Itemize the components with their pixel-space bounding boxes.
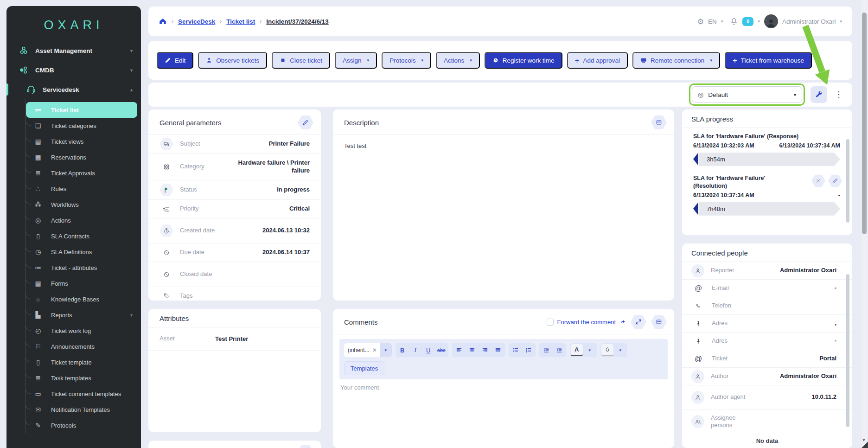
sidebar-subitem[interactable]: ≣ Ticket Approvals (26, 165, 137, 181)
breadcrumb-link-servicedesk[interactable]: ServiceDesk (178, 18, 215, 25)
font-family-caret[interactable]: ▾ (380, 343, 392, 357)
param-value: In progress (277, 186, 310, 194)
view-select-dropdown[interactable]: ◎ Default ▾ (692, 86, 802, 103)
assign-dropdown-button[interactable]: Assign ▾ (335, 52, 377, 69)
clear-font-icon[interactable]: ✕ (372, 347, 377, 353)
sidebar-subitem[interactable]: ✉ Notification Templates (26, 402, 137, 417)
notifications-bell-icon[interactable] (730, 17, 738, 26)
sla-remove-button[interactable] (811, 174, 825, 187)
home-icon[interactable] (159, 17, 167, 26)
sidebar-item-cmdb[interactable]: CMDB ▾ (6, 60, 141, 80)
sidebar-subitem[interactable]: ▭ Ticket comment templates (26, 386, 137, 402)
notification-count-badge[interactable]: 0 (742, 17, 753, 26)
sidebar-subitem[interactable]: ≔ Ticket - attributes (26, 260, 137, 275)
sidebar-subitem[interactable]: ⚐ Announcements (26, 339, 137, 354)
expand-panel-button[interactable] (631, 314, 646, 329)
param-label: Subject (180, 140, 223, 147)
breadcrumb-link-ticket-list[interactable]: Ticket list (226, 18, 255, 25)
add-approval-button[interactable]: + Add approval (567, 52, 628, 69)
chevron-down-icon[interactable]: ▾ (840, 19, 842, 24)
align-center-button[interactable] (466, 344, 478, 356)
sidebar-subitem-icon: ▭ (33, 390, 43, 397)
sidebar-subitem[interactable]: ◎ Actions (26, 212, 137, 228)
protocols-dropdown-button[interactable]: Protocols ▾ (382, 52, 431, 69)
font-color-caret[interactable]: ▾ (584, 344, 596, 356)
panel-window-button[interactable] (651, 314, 667, 329)
param-row-closed-date: Closed date (148, 262, 321, 287)
settings-gear-icon[interactable]: ⚙ (697, 17, 704, 26)
align-left-button[interactable] (453, 344, 465, 356)
people-scrollbar[interactable] (846, 274, 849, 427)
user-menu[interactable]: Administrator Oxari (782, 18, 836, 25)
templates-button[interactable]: Templates (344, 361, 384, 375)
sidebar-subitem[interactable]: ≣ Task templates (26, 370, 137, 386)
forward-comment-checkbox[interactable] (547, 319, 554, 326)
sidebar-subitem[interactable]: ❏ Ticket categories (26, 118, 137, 134)
ticket-from-warehouse-button[interactable]: + Ticket from warehouse (725, 52, 812, 69)
sidebar-subitem[interactable]: ▯ Ticket template (26, 354, 137, 370)
chevron-down-icon[interactable]: ▾ (721, 19, 723, 24)
sidebar-subitem[interactable]: ▯ SLA Contracts (26, 228, 137, 244)
close-x-icon (815, 178, 822, 184)
numbered-list-button[interactable] (523, 344, 535, 356)
edit-button[interactable]: Edit (157, 52, 193, 69)
breadcrumb-separator: › (220, 18, 222, 25)
sidebar-subitem-label: Ticket views (51, 138, 83, 145)
align-right-button[interactable] (479, 344, 491, 356)
sidebar-subitem[interactable]: ≔ Ticket list (26, 102, 137, 118)
sidebar-subitem[interactable]: ▤ Ticket views (26, 134, 137, 149)
font-color-button[interactable]: A (571, 344, 583, 356)
edit-parameters-button[interactable] (298, 115, 313, 130)
strikethrough-button[interactable]: abc (435, 344, 447, 356)
observe-tickets-button[interactable]: Observe tickets (198, 52, 267, 69)
forward-comment-label[interactable]: Forward the comment (557, 319, 616, 326)
sla-scrollbar[interactable] (846, 139, 849, 223)
panel-action-button[interactable] (298, 444, 313, 448)
panel-window-button[interactable] (651, 115, 667, 130)
underline-button[interactable]: U (422, 344, 434, 356)
sidebar-subitem[interactable]: ◴ Ticket work log (26, 323, 137, 339)
italic-button[interactable]: I (409, 344, 421, 356)
sidebar-item-servicedesk[interactable]: Servicedesk ▴ (6, 80, 141, 99)
remote-connection-dropdown-button[interactable]: Remote connection ▾ (632, 52, 720, 69)
close-ticket-button[interactable]: Close ticket (272, 52, 330, 69)
people-row-ticket-source: @ Ticket Portal (682, 350, 852, 368)
more-options-kebab-menu[interactable]: ⋮ (833, 90, 845, 100)
sidebar-subitem[interactable]: ⁂ Workflows (26, 197, 137, 212)
sidebar-subitem-label: Workflows (51, 201, 79, 208)
sidebar-item-asset-management[interactable]: Asset Management ▾ (6, 41, 141, 60)
indent-button[interactable] (553, 344, 565, 356)
indent-group (539, 343, 566, 357)
page-scrollbar-track[interactable]: ▼ (862, 0, 868, 448)
font-family-select[interactable]: (inherit... ✕ (344, 343, 380, 357)
timer-icon (160, 224, 173, 237)
sidebar-subitem[interactable]: ▙ Reports ▾ (26, 307, 137, 323)
sla-edit-button[interactable] (828, 174, 842, 187)
highlight-color-button[interactable] (601, 344, 613, 356)
sidebar-subitem[interactable]: ▦ Reservations (26, 149, 137, 165)
bold-button[interactable]: B (396, 344, 408, 356)
chevron-down-icon[interactable]: ▾ (758, 19, 760, 24)
register-work-time-button[interactable]: Register work time (485, 52, 562, 69)
align-justify-button[interactable] (492, 344, 504, 356)
param-row-subject: Subject Printer Failure (148, 135, 321, 154)
outdent-button[interactable] (540, 344, 552, 356)
breadcrumb-current-incident[interactable]: Incident/37/2024/6/13 (266, 18, 328, 25)
general-parameters-panel: General parameters Subject Printer Failu… (148, 109, 321, 301)
language-selector[interactable]: EN (708, 18, 717, 25)
sidebar-subitem[interactable]: ▤ Forms (26, 275, 137, 291)
actions-dropdown-button[interactable]: Actions ▾ (436, 52, 480, 69)
sidebar-subitem[interactable]: ✎ Protocols (26, 417, 137, 433)
comment-textarea[interactable] (339, 379, 668, 435)
sidebar-subitem-icon: ▙ (33, 311, 43, 319)
highlight-color-caret[interactable]: ▾ (614, 344, 626, 356)
sidebar-subitem-icon: ✉ (33, 406, 43, 413)
sidebar-subitem[interactable]: ◷ SLA Definitions (26, 244, 137, 260)
sidebar-subitem[interactable]: ☼ Knowledge Bases (26, 291, 137, 307)
bullet-list-button[interactable] (510, 344, 522, 356)
page-scrollbar-thumb[interactable] (862, 13, 867, 234)
view-settings-wrench-button[interactable] (811, 86, 827, 103)
sidebar-subitem[interactable]: ∴ Rules (26, 181, 137, 197)
chevron-down-icon: ▾ (794, 92, 796, 97)
user-avatar[interactable] (764, 14, 778, 28)
